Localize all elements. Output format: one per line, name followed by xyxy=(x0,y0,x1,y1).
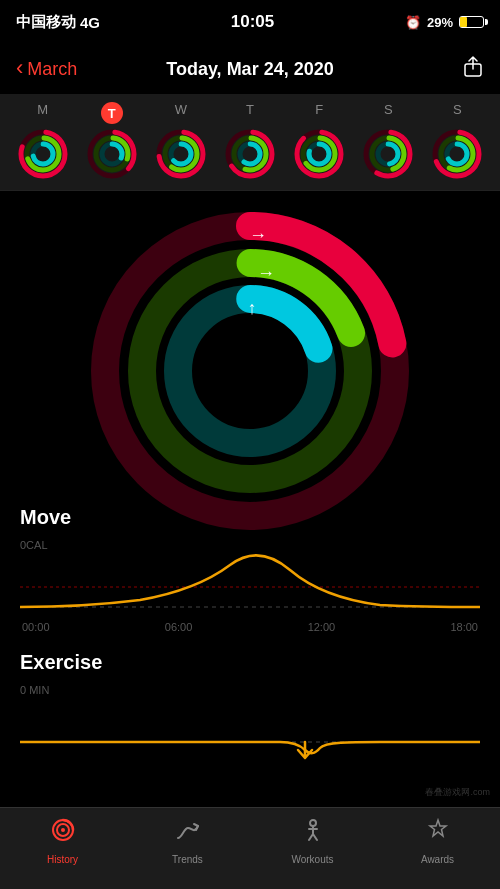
tab-history-label: History xyxy=(47,854,78,865)
x-label-18: 18:00 xyxy=(450,621,478,633)
battery-percent: 29% xyxy=(427,15,453,30)
tab-trends[interactable]: Trends xyxy=(125,816,250,865)
battery-fill xyxy=(460,17,467,27)
tab-trends-label: Trends xyxy=(172,854,203,865)
tab-history[interactable]: History xyxy=(0,816,125,865)
tab-workouts-label: Workouts xyxy=(291,854,333,865)
x-label-00: 00:00 xyxy=(22,621,50,633)
move-section: Move 0CAL 00:00 06:00 12:00 18:00 xyxy=(0,494,500,635)
tab-bar: History Trends Workouts Awards xyxy=(0,807,500,889)
status-bar: 中国移动 4G 10:05 ⏰ 29% xyxy=(0,0,500,44)
trends-icon xyxy=(174,816,202,850)
tab-workouts[interactable]: Workouts xyxy=(250,816,375,865)
workouts-icon xyxy=(299,816,327,850)
carrier-text: 中国移动 xyxy=(16,13,76,32)
exercise-title: Exercise xyxy=(20,651,480,674)
status-right: ⏰ 29% xyxy=(405,15,484,30)
network-type: 4G xyxy=(80,14,100,31)
exercise-chart-svg xyxy=(20,680,480,760)
tab-awards[interactable]: Awards xyxy=(375,816,500,865)
alarm-icon: ⏰ xyxy=(405,15,421,30)
scroll-area[interactable]: Move 0CAL 00:00 06:00 12:00 18:00 Exerci… xyxy=(0,44,500,807)
tab-awards-label: Awards xyxy=(421,854,454,865)
x-label-06: 06:00 xyxy=(165,621,193,633)
move-title: Move xyxy=(20,506,480,529)
status-time: 10:05 xyxy=(231,12,274,32)
x-label-12: 12:00 xyxy=(308,621,336,633)
exercise-chart: 0 MIN xyxy=(20,680,480,760)
status-left: 中国移动 4G xyxy=(16,13,100,32)
history-icon xyxy=(49,816,77,850)
move-chart-svg xyxy=(20,535,480,635)
awards-icon xyxy=(424,816,452,850)
battery-icon xyxy=(459,16,484,28)
move-chart: 0CAL 00:00 06:00 12:00 18:00 xyxy=(20,535,480,635)
svg-point-57 xyxy=(61,828,65,832)
exercise-section: Exercise 0 MIN xyxy=(0,635,500,760)
